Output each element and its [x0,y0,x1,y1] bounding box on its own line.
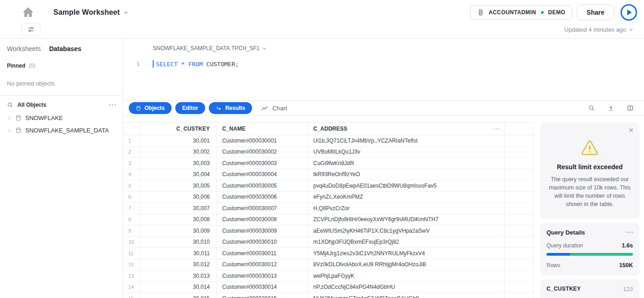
chart-toggle-button[interactable]: Chart [261,105,287,112]
cell-name[interactable]: Customer#000030011 [216,248,307,259]
column-header-name[interactable]: C_NAME [216,123,307,135]
cell-custkey[interactable]: 30,015 [140,293,216,298]
cell-custkey[interactable]: 30,013 [140,270,216,281]
cell-custkey[interactable]: 30,004 [140,169,216,180]
cell-custkey[interactable]: 30,011 [140,248,216,259]
cell-address[interactable]: 8Vz0kDLOlvolAboX,eU9 RRhIjgMr4oOHzoJiB [307,259,504,270]
table-row[interactable]: 630,006Customer#000030006eFynZc,XeoKmPMZ [123,192,535,203]
cell-name[interactable]: Customer#000030014 [216,282,307,293]
table-row[interactable]: 1030,010Customer#000030010m1XDhjp3FlJQBx… [123,237,535,248]
table-row[interactable]: 830,008Customer#000030008ZCVPLnDjfo9r8Hr… [123,214,535,226]
table-row[interactable]: 930,009Customer#000030009aEeWtUSm2IyKH46… [123,225,535,237]
cell-custkey[interactable]: 30,014 [140,282,216,293]
column-header-custkey[interactable]: C_CUSTKEY [140,123,216,135]
cell-address[interactable]: aEeWtUSm2IyKH46TiP1X,C8c1ygVHpa2aSwV [307,225,504,236]
database-context-selector[interactable]: SNOWFLAKE_SAMPLE_DATA.TPCH_SF1 [123,39,644,52]
cell-custkey[interactable]: 30,008 [140,214,216,225]
cell-custkey[interactable]: 30,003 [140,158,216,169]
cell-custkey[interactable]: 30,001 [140,135,216,146]
cell-custkey[interactable]: 30,012 [140,259,216,270]
cell-address[interactable]: eFynZc,XeoKmPMZ [307,192,504,203]
cell-address[interactable]: wePhjLpaFGyyK [307,270,504,281]
cell-name[interactable]: Customer#000030013 [216,270,307,281]
table-row[interactable]: 330,003Customer#000030003CuGi9fwKn8JdR [123,158,535,169]
updated-timestamp[interactable]: Updated 4 minutes ago [564,26,633,33]
cell-name[interactable]: Customer#000030007 [216,203,307,214]
home-icon[interactable] [21,6,35,19]
tab-worksheets[interactable]: Worksheets [7,45,41,52]
column-menu-button[interactable] [494,128,504,130]
table-row[interactable]: 1230,012Customer#0000300128Vz0kDLOlvolAb… [123,259,535,271]
cell-custkey[interactable]: 30,007 [140,203,216,214]
context-status-dot [541,11,544,14]
duration-segment-compile [546,253,570,256]
table-header-row: C_CUSTKEY C_NAME C_ADDRESS [123,122,535,135]
cell-name[interactable]: Customer#000030015 [216,293,307,298]
sidebar-item-snowflake-sample-data[interactable]: SNOWFLAKE_SAMPLE_DATA [0,124,123,137]
cell-address[interactable]: Y5Mj4Jrg1zies2v3iC1Vh2NNYRULMyFkzxV4 [307,248,504,259]
download-results-button[interactable] [607,104,615,112]
cell-name[interactable]: Customer#000030010 [216,237,307,248]
table-row[interactable]: 1330,013Customer#000030013wePhjLpaFGyyK [123,270,535,282]
editor-toggle-button[interactable]: Editor [175,102,205,114]
sidebar-item-snowflake[interactable]: SNOWFLAKE [0,112,123,124]
cell-custkey[interactable]: 30,005 [140,180,216,191]
role-context-selector[interactable]: ACCOUNTADMIN DEMO [470,5,572,20]
cell-name[interactable]: Customer#000030005 [216,180,307,191]
cell-address[interactable]: NHK3MxsmzeGTorApF7 WRZaoaBAUGh9, [307,293,504,298]
sql-editor[interactable]: SNOWFLAKE_SAMPLE_DATA.TPCH_SF1 1 SELECT … [123,39,644,100]
column-header-address[interactable]: C_ADDRESS [307,123,504,135]
table-row[interactable]: 1530,015Customer#000030015NHK3MxsmzeGTor… [123,293,535,298]
cell-address[interactable]: ZCVPLnDjfo9r8Hr0eeoyXxWY6gr9sMUDiKmNTH7 [307,214,504,225]
database-icon [15,115,22,121]
cell-custkey[interactable]: 30,002 [140,147,216,158]
warning-body: The query result exceeded our maximum si… [548,175,631,209]
cell-custkey[interactable]: 30,006 [140,192,216,203]
table-row[interactable]: 1430,014Customer#000030014nP,zOdCccNjC84… [123,282,535,293]
cell-name[interactable]: Customer#000030003 [216,158,307,169]
code-line[interactable]: SELECT * FROM CUSTOMER; [156,61,239,68]
table-row[interactable]: 430,004Customer#000030004tkR93ReOnf9zYeO [123,169,535,181]
cell-address[interactable]: UVBoMtILkQu1J3v [307,147,504,158]
objects-toggle-button[interactable]: Objects [129,102,172,114]
top-bar: Sample Worksheet ACCOUNTADMIN DEMO Share… [0,0,644,39]
split-layout-button[interactable] [627,104,634,112]
cell-address[interactable]: m1XDhjp3FlJQBxmEFxujEp3rQj82 [307,237,504,248]
table-row[interactable]: 730,007Customer#000030007H,Q8PvzCrZor [123,203,535,214]
cell-name[interactable]: Customer#000030006 [216,192,307,203]
cell-name[interactable]: Customer#000030001 [216,135,307,146]
results-toggle-button[interactable]: Results [209,102,252,114]
cell-custkey[interactable]: 30,010 [140,237,216,248]
table-row[interactable]: 1130,011Customer#000030011Y5Mj4Jrg1zies2… [123,248,535,259]
table-row[interactable]: 130,001Customer#000030001Ui1b,3Q71CiLTJn… [123,135,535,147]
cell-name[interactable]: Customer#000030012 [216,259,307,270]
cell-address[interactable]: CuGi9fwKn8JdR [307,158,504,169]
cell-name[interactable]: Customer#000030008 [216,214,307,225]
row-number: 6 [123,192,140,203]
search-icon[interactable] [7,102,13,108]
cell-address[interactable]: pvq4uDoD8pEwpAE01aesCtbD9WU8qmIsvoFav5 [307,180,504,191]
chevron-down-icon[interactable] [124,11,128,14]
all-objects-menu-button[interactable] [109,104,116,106]
close-icon[interactable] [628,127,634,133]
cell-address[interactable]: Ui1b,3Q71CiLTJn4MbVp,,YCZARIaNTelfst [307,135,504,146]
cell-custkey[interactable]: 30,009 [140,225,216,236]
run-query-button[interactable] [620,4,638,21]
worksheet-settings-button[interactable] [21,23,40,36]
cell-filler [504,259,534,270]
custkey-histogram-card[interactable]: C_CUSTKEY 123 1 150,000 [540,280,639,298]
worksheet-title[interactable]: Sample Worksheet [53,8,120,17]
cell-address[interactable]: H,Q8PvzCrZor [307,203,504,214]
share-button[interactable]: Share [577,5,614,20]
query-details-menu-button[interactable] [626,231,633,233]
cell-address[interactable]: tkR93ReOnf9zYeO [307,169,504,180]
cell-name[interactable]: Customer#000030009 [216,225,307,236]
cell-name[interactable]: Customer#000030004 [216,169,307,180]
cell-name[interactable]: Customer#000030002 [216,147,307,158]
table-row[interactable]: 230,002Customer#000030002UVBoMtILkQu1J3v [123,147,535,158]
table-row[interactable]: 530,005Customer#000030005pvq4uDoD8pEwpAE… [123,180,535,192]
tab-databases[interactable]: Databases [49,45,81,52]
search-results-button[interactable] [588,104,595,112]
cell-filler [504,225,534,236]
cell-address[interactable]: nP,zOdCccNjC84xPG4N4dGbHU [307,282,504,293]
